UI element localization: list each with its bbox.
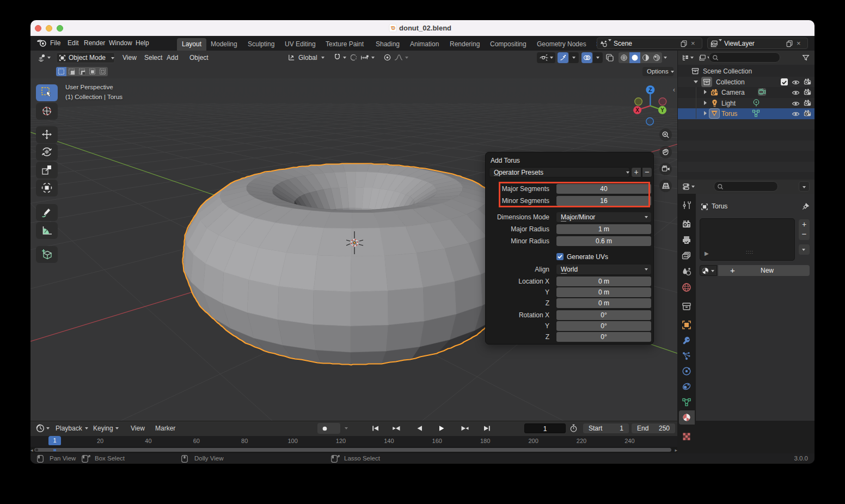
svg-text:Y: Y [660,107,664,113]
svg-text:Z: Z [648,87,652,93]
svg-text:X: X [635,107,639,113]
